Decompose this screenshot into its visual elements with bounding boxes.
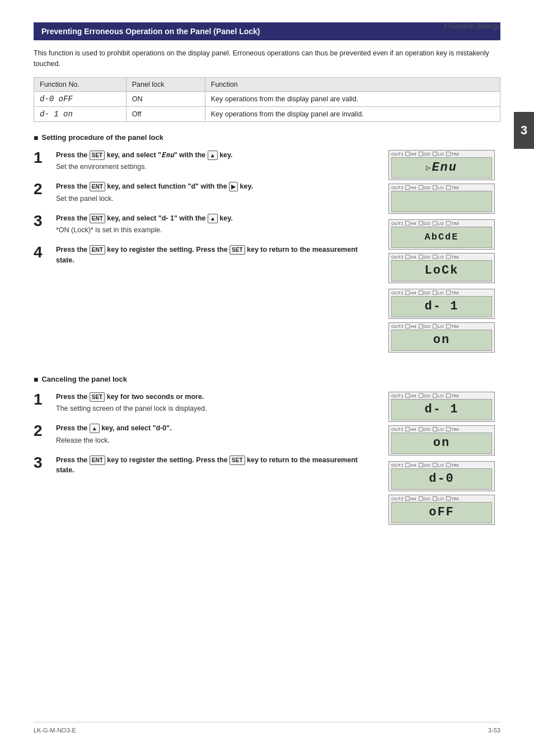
cancel-step-content-1: Press the SET key for two seconds or mor… (56, 392, 377, 415)
cancel-step3-main: Press the ENT key to register the settin… (56, 455, 377, 476)
row2-panel-lock: Off (126, 106, 205, 121)
step2-sub: Set the panel lock. (56, 194, 377, 204)
panel-pair-3: OUT1 H4 GO LO TIM d- 1 OUT2 H4 GO LO TIM (388, 289, 500, 353)
cancel-step1-sub: The setting screen of the panel lock is … (56, 403, 377, 414)
cancel-panel-pair-2: OUT1 H4 GO LO TIM d-0 OUT2 H4 GO LO TIM (388, 461, 500, 525)
step3-sub: *ON (Lock)* is set in this example. (56, 225, 377, 236)
table-row: d- 1 on Off Key operations from the disp… (34, 106, 500, 121)
setting-step-3: 3 Press the ENT key, and select "d- 1" w… (34, 213, 377, 236)
indicators-1: OUT1 H4 GO LO TIM (391, 152, 492, 157)
step-num-3: 3 (34, 213, 49, 229)
indicators-3: OUT1 H4 GO LO TIM (391, 290, 492, 295)
table-row: d-0 oFF ON Key operations from the displ… (34, 91, 500, 106)
row2-func-no: d- 1 on (34, 106, 127, 121)
cancel-screen-on: on (391, 433, 492, 454)
step-num-2: 2 (34, 181, 49, 197)
right-arrow-key: ▶ (229, 182, 238, 191)
cancel-steps-left: 1 Press the SET key for two seconds or m… (34, 392, 377, 530)
cancel-indicators-2b: OUT2 H4 GO LO TIM (391, 496, 492, 501)
ent-key: ENT (90, 214, 105, 223)
panel-pair-1: OUT1 H4 GO LO TIM ▷Enu OUT2 H4 GO (388, 150, 500, 214)
cancel-screen-off: oFF (391, 502, 492, 523)
screen-empty-1 (391, 191, 492, 212)
set-key: SET (90, 151, 105, 160)
set-key: SET (229, 456, 245, 465)
cancel-display-top-1: OUT1 H4 GO LO TIM d- 1 (388, 392, 495, 422)
page-container: 3 Function Settings 3 Preventing Erroneo… (0, 0, 534, 756)
screen-abcde: AbCdE (391, 227, 492, 248)
cancel-step-1: 1 Press the SET key for two seconds or m… (34, 392, 377, 415)
ent-key: ENT (90, 456, 105, 465)
setting-step-1: 1 Press the SET key, and select "Enu" wi… (34, 150, 377, 173)
ent-key: ENT (90, 182, 105, 191)
indicators-1b: OUT2 H4 GO LO TIM (391, 185, 492, 190)
screen-d1: d- 1 (391, 296, 492, 317)
cancel-indicators-1b: OUT2 H4 GO LO TIM (391, 427, 492, 432)
cancel-step-content-3: Press the ENT key to register the settin… (56, 455, 377, 478)
cancel-display-top-2: OUT1 H4 GO LO TIM d-0 (388, 461, 495, 491)
screen-on: on (391, 330, 492, 351)
display-bottom-2: OUT2 H4 GO LO TIM LoCk (388, 253, 495, 283)
panel-pair-2: OUT1 H4 GO LO TIM AbCdE OUT2 H4 GO LO TI… (388, 219, 500, 283)
screen-lock: LoCk (391, 260, 492, 281)
display-top-1: OUT1 H4 GO LO TIM ▷Enu (388, 150, 495, 180)
cancel-indicators-2: OUT1 H4 GO LO TIM (391, 463, 492, 468)
step1-sub: Set the environment settings. (56, 162, 377, 172)
cancel-display-bottom-1: OUT2 H4 GO LO TIM on (388, 425, 495, 456)
row1-panel-lock: ON (126, 91, 205, 106)
cancel-step1-main: Press the SET key for two seconds or mor… (56, 392, 377, 402)
display-bottom-1: OUT2 H4 GO LO TIM (388, 184, 495, 214)
intro-text: This function is used to prohibit operat… (34, 48, 500, 69)
step-content-2: Press the ENT key, and select function "… (56, 181, 377, 204)
setting-display-panels: OUT1 H4 GO LO TIM ▷Enu OUT2 H4 GO (388, 150, 500, 358)
cancel-step2-main: Press the ▲ key, and select "d-0". (56, 423, 377, 434)
page-title: Preventing Erroneous Operation on the Pa… (34, 22, 500, 40)
cancel-step-content-2: Press the ▲ key, and select "d-0". Relea… (56, 423, 377, 446)
step2-main: Press the ENT key, and select function "… (56, 181, 377, 192)
screen-enu: ▷Enu (391, 157, 492, 179)
step-num-1: 1 (34, 150, 49, 166)
step-content-3: Press the ENT key, and select "d- 1" wit… (56, 213, 377, 236)
setting-steps-left: 1 Press the SET key, and select "Enu" wi… (34, 150, 377, 358)
cancel-panel-pair-1: OUT1 H4 GO LO TIM d- 1 OUT2 H4 GO LO TIM (388, 392, 500, 456)
step-content-4: Press the ENT key to register the settin… (56, 245, 377, 267)
row2-function: Key operations from the display panel ar… (205, 106, 500, 121)
row1-function: Key operations from the display panel ar… (205, 91, 500, 106)
ent-key: ENT (90, 245, 105, 255)
cancel-step-num-2: 2 (34, 423, 49, 439)
set-key: SET (229, 245, 245, 255)
display-top-2: OUT1 H4 GO LO TIM AbCdE (388, 219, 495, 250)
col-header-func-no: Function No. (34, 77, 127, 91)
cancel-section-heading: Canceling the panel lock (34, 375, 500, 384)
step-num-4: 4 (34, 245, 49, 260)
step1-main: Press the SET key, and select "Enu" with… (56, 150, 377, 161)
cancel-step-3: 3 Press the ENT key to register the sett… (34, 455, 377, 478)
indicators-3b: OUT2 H4 GO LO TIM (391, 324, 492, 329)
display-top-3: OUT1 H4 GO LO TIM d- 1 (388, 289, 495, 319)
row1-func-no: d-0 oFF (34, 91, 127, 106)
footer-right: 3-53 (488, 727, 500, 734)
setting-step-2: 2 Press the ENT key, and select function… (34, 181, 377, 204)
cancel-display-bottom-2: OUT2 H4 GO LO TIM oFF (388, 495, 495, 525)
cancel-step2-sub: Release the lock. (56, 435, 377, 446)
cancel-step-num-3: 3 (34, 455, 49, 471)
col-header-panel-lock: Panel lock (126, 77, 205, 91)
display-bottom-3: OUT2 H4 GO LO TIM on (388, 322, 495, 353)
section-tab: 3 (514, 112, 534, 149)
cancel-step-2: 2 Press the ▲ key, and select "d-0". Rel… (34, 423, 377, 446)
footer-left: LK-G-M-NO3-E (34, 727, 76, 734)
step-content-1: Press the SET key, and select "Enu" with… (56, 150, 377, 173)
function-table: Function No. Panel lock Function d-0 oFF… (34, 77, 500, 122)
top-right-label: 3 Function Settings (443, 22, 500, 30)
cancel-step-num-1: 1 (34, 392, 49, 407)
cancel-steps-area: 1 Press the SET key for two seconds or m… (34, 392, 500, 530)
cancel-indicators-1: OUT1 H4 GO LO TIM (391, 393, 492, 398)
setting-steps-area: 1 Press the SET key, and select "Enu" wi… (34, 150, 500, 358)
set-key: SET (90, 392, 105, 402)
page-footer: LK-G-M-NO3-E 3-53 (34, 722, 500, 734)
indicators-2: OUT1 H4 GO LO TIM (391, 221, 492, 226)
indicators-2b: OUT2 H4 GO LO TIM (391, 255, 492, 260)
setting-section-heading: Setting procedure of the panel lock (34, 133, 500, 142)
step4-main: Press the ENT key to register the settin… (56, 245, 377, 266)
setting-step-4: 4 Press the ENT key to register the sett… (34, 245, 377, 267)
